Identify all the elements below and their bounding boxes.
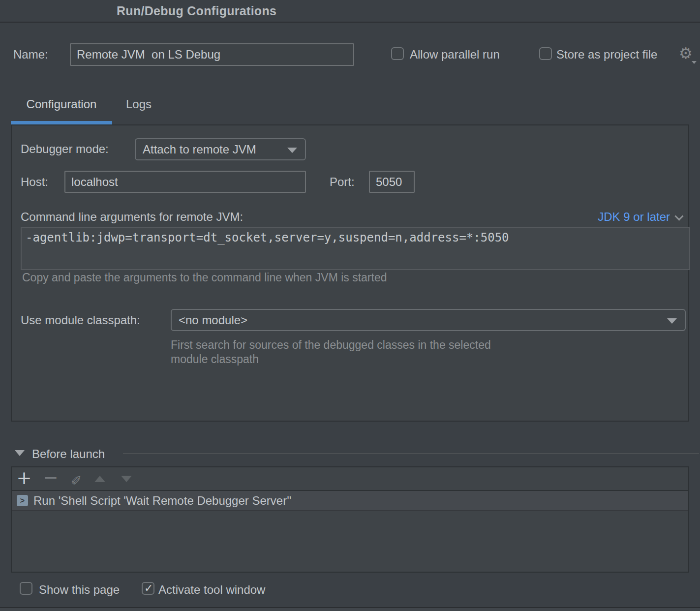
triangle-down-icon	[121, 476, 132, 482]
task-label: Run 'Shell Script 'Wait Remote Debugger …	[33, 494, 291, 508]
before-launch-separator	[123, 453, 699, 454]
activate-tool-window-checkbox[interactable]: ✓	[142, 582, 154, 595]
remove-task-button[interactable]: −	[42, 467, 59, 491]
jdk-version-selector-label: JDK 9 or later	[598, 210, 670, 223]
task-list-toolbar: + − ✎	[12, 467, 688, 491]
chevron-down-icon	[667, 318, 677, 324]
add-task-button[interactable]: +	[16, 467, 32, 491]
activate-tool-window-label[interactable]: Activate tool window	[158, 583, 265, 597]
checkmark-icon: ✓	[144, 582, 153, 594]
chevron-down-icon	[287, 148, 297, 153]
jdk-version-selector[interactable]: JDK 9 or later	[598, 210, 682, 224]
move-task-up-button[interactable]	[91, 467, 108, 491]
store-as-project-file-label[interactable]: Store as project file	[556, 48, 657, 61]
host-label: Host:	[21, 175, 48, 189]
bottom-button-bar-edge	[0, 608, 700, 611]
command-line-hint: Copy and paste the arguments to the comm…	[22, 271, 387, 284]
tab-logs[interactable]: Logs	[112, 97, 165, 111]
name-input[interactable]	[70, 43, 354, 66]
debugger-mode-value: Attach to remote JVM	[143, 143, 256, 156]
dialog-titlebar: Run/Debug Configurations	[0, 0, 700, 23]
module-classpath-dropdown[interactable]: <no module>	[171, 309, 686, 331]
module-classpath-hint-line1: First search for sources of the debugged…	[171, 338, 491, 352]
configuration-panel: Debugger mode: Attach to remote JVM Host…	[11, 124, 689, 422]
before-launch-task-list: + − ✎ > Run 'Shell Script 'Wait Remote D…	[11, 466, 689, 573]
debugger-mode-dropdown[interactable]: Attach to remote JVM	[135, 138, 306, 160]
store-as-project-file-checkbox[interactable]	[539, 47, 552, 60]
command-line-label: Command line arguments for remote JVM:	[21, 210, 243, 224]
shell-script-icon: >	[17, 495, 28, 506]
move-task-down-button[interactable]	[118, 467, 135, 491]
name-label: Name:	[13, 48, 48, 61]
gear-icon[interactable]: ⚙	[679, 44, 693, 62]
gear-caret-icon	[692, 61, 697, 64]
debugger-mode-label: Debugger mode:	[21, 142, 109, 156]
allow-parallel-run-label[interactable]: Allow parallel run	[410, 48, 500, 61]
active-tab-indicator	[11, 121, 112, 124]
module-classpath-value: <no module>	[179, 313, 247, 327]
host-input[interactable]	[64, 171, 306, 193]
show-this-page-checkbox[interactable]	[20, 582, 32, 595]
before-launch-title: Before launch	[32, 447, 105, 461]
command-line-arguments-field[interactable]: -agentlib:jdwp=transport=dt_socket,serve…	[21, 227, 690, 270]
module-classpath-hint: First search for sources of the debugged…	[171, 338, 491, 367]
chevron-down-icon	[674, 212, 683, 220]
triangle-up-icon	[94, 476, 105, 482]
task-row[interactable]: > Run 'Shell Script 'Wait Remote Debugge…	[12, 491, 688, 511]
module-classpath-label: Use module classpath:	[21, 313, 140, 327]
port-input[interactable]	[369, 171, 415, 193]
port-label: Port:	[330, 175, 355, 189]
show-this-page-label[interactable]: Show this page	[39, 583, 120, 597]
edit-task-button[interactable]: ✎	[68, 467, 85, 491]
module-classpath-hint-line2: module classpath	[171, 352, 491, 367]
dialog-title: Run/Debug Configurations	[117, 4, 276, 18]
allow-parallel-run-checkbox[interactable]	[391, 47, 404, 60]
before-launch-collapse-icon[interactable]	[15, 450, 25, 456]
tab-configuration[interactable]: Configuration	[11, 97, 112, 111]
